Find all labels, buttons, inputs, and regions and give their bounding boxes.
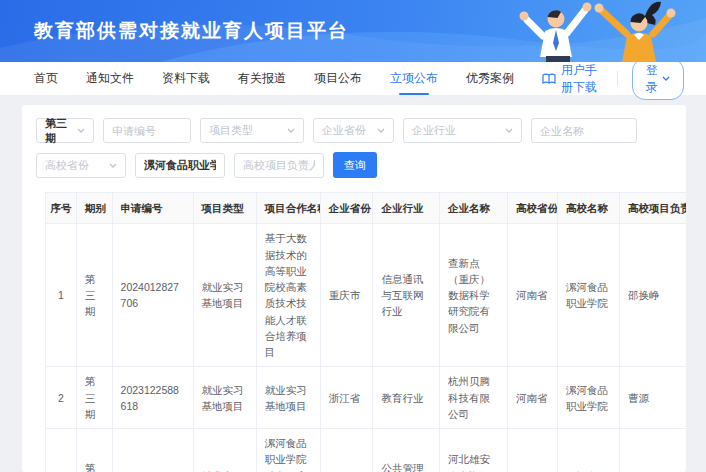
col-company-industry: 企业行业 <box>373 193 440 224</box>
nav-project-publish[interactable]: 项目公布 <box>314 62 362 95</box>
school-leader-input[interactable] <box>234 153 324 178</box>
table-cell: 公共管理与服务行业 <box>373 429 440 472</box>
table-cell: 3 <box>46 429 77 472</box>
table-cell: 漯河食品职业学院 <box>557 224 619 367</box>
table-row: 1第三期2024012827706就业实习基地项目基于大数据技术的高等职业院校高… <box>46 224 687 367</box>
chevron-down-icon <box>505 128 513 133</box>
period-select-value: 第三期 <box>45 116 77 146</box>
table-cell: 第三期 <box>76 429 112 472</box>
nav-reports[interactable]: 有关报道 <box>238 62 286 95</box>
school-name-input[interactable] <box>135 153 225 178</box>
table-cell: 河北省 <box>320 429 373 472</box>
table-cell: 河南省 <box>507 224 557 367</box>
col-index: 序号 <box>46 193 77 224</box>
table-cell: 曹源 <box>619 367 686 429</box>
filter-row-2: 高校省份 查询 <box>36 152 672 178</box>
table-cell: 基于大数据技术的高等职业院校高素质技术技能人才联合培养项目 <box>256 224 320 367</box>
table-cell: 漯河食品职业学院 <box>557 429 619 472</box>
table-cell: 就业实习基地项目 <box>193 224 256 367</box>
results-table-wrapper: 序号 期别 申请编号 项目类型 项目合作名称 企业省份 企业行业 企业名称 高校… <box>36 192 672 472</box>
table-cell: 教育行业 <box>373 367 440 429</box>
content-card: 第三期 项目类型 企业省份 企业行业 高校省份 <box>22 105 686 472</box>
table-cell: 2024011773518 <box>112 429 193 472</box>
chevron-down-icon <box>662 76 670 81</box>
search-button[interactable]: 查询 <box>333 152 377 178</box>
table-cell: 就业实习基地项目 <box>193 367 256 429</box>
company-name-input[interactable] <box>531 118 637 143</box>
table-cell: 2024012827706 <box>112 224 193 367</box>
table-cell: 2023122588618 <box>112 367 193 429</box>
table-cell: 杭州贝腾科技有限公司 <box>440 367 508 429</box>
chevron-down-icon <box>77 128 85 133</box>
table-cell: 第三期 <box>76 224 112 367</box>
high-five-illustration-icon <box>459 0 694 62</box>
table-cell: 河南省 <box>507 429 557 472</box>
table-row: 2第三期2023122588618就业实习基地项目就业实习基地项目浙江省教育行业… <box>46 367 687 429</box>
company-industry-select[interactable]: 企业行业 <box>403 118 522 143</box>
col-project-name: 项目合作名称 <box>256 193 320 224</box>
table-cell: 2 <box>46 367 77 429</box>
school-province-placeholder: 高校省份 <box>45 158 89 173</box>
nav-approval-publish[interactable]: 立项公布 <box>390 62 438 95</box>
chevron-down-icon <box>109 163 117 168</box>
nav-home[interactable]: 首页 <box>34 62 58 95</box>
chevron-down-icon <box>377 128 385 133</box>
results-table: 序号 期别 申请编号 项目类型 项目合作名称 企业省份 企业行业 企业名称 高校… <box>45 192 686 472</box>
nav-best-cases[interactable]: 优秀案例 <box>466 62 514 95</box>
school-province-select[interactable]: 高校省份 <box>36 153 126 178</box>
table-cell: 就业实习基地项目 <box>193 429 256 472</box>
table-cell: 第三期 <box>76 367 112 429</box>
filter-row-1: 第三期 项目类型 企业省份 企业行业 <box>36 118 672 143</box>
nav-divider <box>617 71 618 86</box>
login-label: 登录 <box>646 62 658 96</box>
apply-number-input[interactable] <box>103 118 191 143</box>
company-province-select[interactable]: 企业省份 <box>313 118 394 143</box>
table-cell: 邵换峥 <box>619 224 686 367</box>
banner: 教育部供需对接就业育人项目平台 <box>0 0 706 62</box>
table-cell: 信息通讯与互联网行业 <box>373 224 440 367</box>
col-company-name: 企业名称 <box>440 193 508 224</box>
table-cell: 浙江省 <box>320 367 373 429</box>
project-type-placeholder: 项目类型 <box>209 123 253 138</box>
table-cell: 查新点（重庆）数据科学研究院有限公司 <box>440 224 508 367</box>
project-type-select[interactable]: 项目类型 <box>200 118 304 143</box>
col-school-leader: 高校项目负责人 <box>619 193 686 224</box>
col-project-type: 项目类型 <box>193 193 256 224</box>
table-cell: 河北雄安人力资源服务有限公司 <box>440 429 508 472</box>
user-manual-download-label: 用户手册下载 <box>561 62 603 96</box>
col-apply-no: 申请编号 <box>112 193 193 224</box>
table-cell: 重庆市 <box>320 224 373 367</box>
table-cell: 1 <box>46 224 77 367</box>
col-period: 期别 <box>76 193 112 224</box>
table-cell: 漯河食品职业学院 <box>557 367 619 429</box>
login-button[interactable]: 登录 <box>632 58 684 100</box>
table-cell: 宋夏楠 <box>619 429 686 472</box>
nav-right-group: 用户手册下载 登录 <box>542 58 684 100</box>
page-body: 第三期 项目类型 企业省份 企业行业 高校省份 <box>0 95 706 472</box>
period-select[interactable]: 第三期 <box>36 118 94 143</box>
col-school-name: 高校名称 <box>557 193 619 224</box>
platform-title: 教育部供需对接就业育人项目平台 <box>34 18 349 44</box>
table-cell: 漯河食品职业学院助力雄安建设共建校企就业实习基地 <box>256 429 320 472</box>
company-province-placeholder: 企业省份 <box>322 123 366 138</box>
nav-notices[interactable]: 通知文件 <box>86 62 134 95</box>
main-nav: 首页 通知文件 资料下载 有关报道 项目公布 立项公布 优秀案例 用户手册下载 … <box>0 62 706 95</box>
col-school-province: 高校省份 <box>507 193 557 224</box>
nav-downloads[interactable]: 资料下载 <box>162 62 210 95</box>
table-cell: 河南省 <box>507 367 557 429</box>
table-row: 3第三期2024011773518就业实习基地项目漯河食品职业学院助力雄安建设共… <box>46 429 687 472</box>
book-icon <box>542 73 556 85</box>
company-industry-placeholder: 企业行业 <box>412 123 456 138</box>
chevron-down-icon <box>287 128 295 133</box>
user-manual-download-link[interactable]: 用户手册下载 <box>542 62 603 96</box>
results-table-body: 1第三期2024012827706就业实习基地项目基于大数据技术的高等职业院校高… <box>46 224 687 472</box>
col-company-province: 企业省份 <box>320 193 373 224</box>
table-cell: 就业实习基地项目 <box>256 367 320 429</box>
table-header-row: 序号 期别 申请编号 项目类型 项目合作名称 企业省份 企业行业 企业名称 高校… <box>46 193 687 224</box>
